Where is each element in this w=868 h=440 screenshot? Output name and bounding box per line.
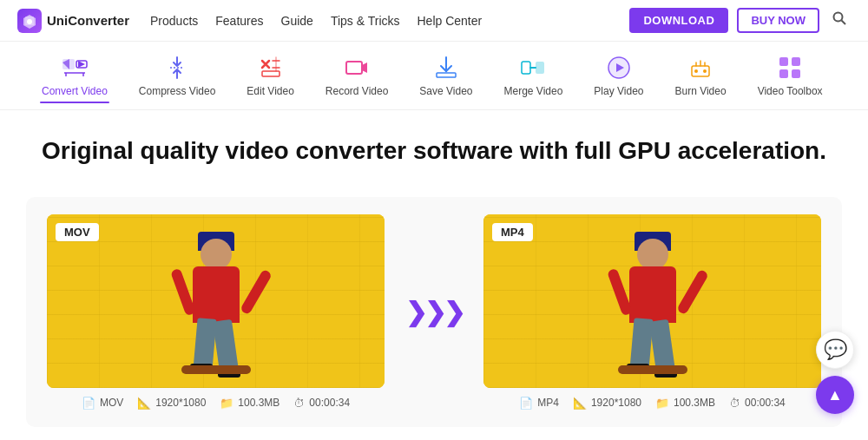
skater-left — [164, 232, 268, 379]
hero-title: Original quality video converter softwar… — [17, 136, 851, 166]
toolbar-convert-video[interactable]: Convert Video — [26, 49, 123, 102]
toolbar-merge-label: Merge Video — [504, 85, 563, 97]
toolbar-compress-label: Compress Video — [139, 85, 216, 97]
right-format: 📄 MP4 — [519, 397, 559, 410]
nav-help[interactable]: Help Center — [418, 14, 483, 28]
burn-video-icon — [687, 54, 714, 82]
logo-icon — [17, 9, 42, 33]
right-video-thumb: MP4 — [483, 214, 821, 388]
toolbar-edit-label: Edit Video — [247, 85, 294, 97]
toolbar-edit-video[interactable]: Edit Video — [231, 49, 310, 102]
toolbar-save-video[interactable]: Save Video — [404, 49, 488, 102]
floating-buttons: 💬 ▲ — [816, 331, 854, 414]
toolbar-compress-video[interactable]: Compress Video — [123, 49, 232, 102]
header: UniConverter Products Features Guide Tip… — [0, 0, 868, 42]
toolbar-play-video[interactable]: Play Video — [578, 49, 659, 102]
nav-guide[interactable]: Guide — [281, 14, 313, 28]
toolbar-merge-video[interactable]: Merge Video — [489, 49, 579, 102]
svg-rect-19 — [779, 69, 788, 78]
svg-rect-10 — [522, 62, 530, 74]
nav-products[interactable]: Products — [150, 14, 198, 28]
logo[interactable]: UniConverter — [17, 9, 129, 33]
compress-video-icon — [163, 54, 191, 82]
logo-text: UniConverter — [47, 13, 129, 28]
left-duration: ⏱ 00:00:34 — [293, 397, 350, 410]
chat-icon: 💬 — [824, 338, 847, 361]
merge-video-icon — [519, 54, 547, 82]
left-format: 📄 MOV — [82, 397, 123, 410]
toolbar-burn-video[interactable]: Burn Video — [659, 49, 741, 102]
left-video-card: MOV — [47, 214, 385, 410]
download-button[interactable]: DOWNLOAD — [629, 8, 728, 33]
toolbar-toolbox-label: Video Toolbox — [758, 85, 823, 97]
up-arrow-icon: ▲ — [827, 386, 843, 404]
toolbar-video-toolbox[interactable]: Video Toolbox — [742, 49, 838, 102]
svg-rect-9 — [437, 73, 456, 77]
resolution-icon-left: 📐 — [137, 397, 151, 410]
resolution-icon-right: 📐 — [573, 397, 587, 410]
left-video-meta: 📄 MOV 📐 1920*1080 📁 100.3MB ⏱ 00:00:34 — [47, 397, 385, 410]
svg-point-0 — [27, 19, 32, 24]
search-button[interactable] — [828, 7, 851, 34]
arrow-icons: ❯❯❯ — [405, 297, 463, 327]
right-size: 📁 100.3MB — [655, 397, 715, 410]
svg-line-2 — [842, 21, 846, 25]
main-nav: Products Features Guide Tips & Tricks He… — [150, 14, 608, 28]
video-toolbox-icon — [776, 54, 804, 82]
right-duration: ⏱ 00:00:34 — [729, 397, 786, 410]
record-video-icon — [343, 54, 371, 82]
right-video-card: MP4 — [483, 214, 821, 410]
file-icon-right: 📄 — [519, 397, 533, 410]
right-resolution: 📐 1920*1080 — [573, 397, 641, 410]
chat-button[interactable]: 💬 — [816, 331, 854, 369]
left-video-thumb: MOV — [47, 214, 385, 388]
size-icon-right: 📁 — [655, 397, 669, 410]
demo-inner: MOV — [47, 214, 821, 410]
size-icon-left: 📁 — [220, 397, 233, 410]
toolbar-play-label: Play Video — [594, 85, 643, 97]
clock-icon-left: ⏱ — [293, 397, 305, 410]
svg-rect-18 — [792, 57, 800, 66]
scroll-top-button[interactable]: ▲ — [816, 376, 854, 414]
svg-rect-20 — [792, 69, 800, 78]
svg-rect-17 — [779, 57, 788, 66]
svg-rect-8 — [346, 62, 362, 74]
demo-section: MOV — [26, 197, 842, 427]
right-video-badge: MP4 — [492, 223, 533, 241]
toolbar-save-label: Save Video — [419, 85, 472, 97]
right-video-meta: 📄 MP4 📐 1920*1080 📁 100.3MB ⏱ 00:00:34 — [483, 397, 821, 410]
file-icon-left: 📄 — [82, 397, 95, 410]
svg-point-1 — [834, 13, 843, 22]
toolbar-record-video[interactable]: Record Video — [310, 49, 404, 102]
left-size: 📁 100.3MB — [220, 397, 279, 410]
svg-rect-11 — [536, 62, 544, 74]
left-resolution: 📐 1920*1080 — [137, 397, 206, 410]
conversion-arrows: ❯❯❯ — [385, 297, 483, 327]
nav-features[interactable]: Features — [215, 14, 263, 28]
play-video-icon — [605, 54, 633, 82]
clock-icon-right: ⏱ — [729, 397, 740, 410]
toolbar-convert-label: Convert Video — [42, 85, 108, 97]
buy-now-button[interactable]: BUY NOW — [737, 8, 819, 33]
left-video-badge: MOV — [56, 223, 99, 241]
hero-section: Original quality video converter softwar… — [0, 110, 868, 183]
toolbar-record-label: Record Video — [326, 85, 389, 97]
save-video-icon — [432, 54, 460, 82]
svg-point-16 — [703, 69, 707, 73]
nav-tips[interactable]: Tips & Tricks — [331, 14, 400, 28]
convert-video-icon — [61, 54, 89, 82]
edit-video-icon — [257, 54, 285, 82]
svg-rect-7 — [262, 71, 279, 76]
skater-right — [601, 232, 705, 379]
svg-point-15 — [694, 69, 698, 73]
toolbar-burn-label: Burn Video — [674, 85, 726, 97]
feature-toolbar: Convert Video Compress Video Edit Video — [0, 42, 868, 110]
header-actions: DOWNLOAD BUY NOW — [629, 7, 851, 34]
